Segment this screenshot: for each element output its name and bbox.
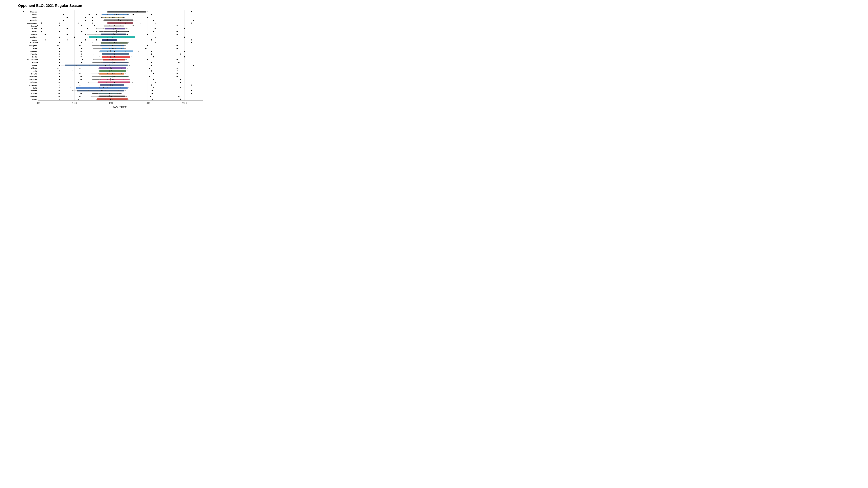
svg-point-230	[115, 48, 116, 49]
svg-point-507	[111, 96, 112, 97]
svg-point-20	[118, 11, 119, 12]
svg-point-122	[184, 28, 185, 29]
svg-point-298	[177, 59, 178, 60]
svg-point-340	[98, 68, 99, 68]
svg-point-320	[35, 65, 36, 66]
svg-point-200	[128, 42, 129, 43]
svg-point-356	[98, 70, 98, 71]
svg-point-388	[100, 76, 100, 77]
svg-point-277	[107, 56, 108, 57]
svg-point-426	[180, 82, 181, 83]
svg-point-56	[122, 17, 122, 18]
svg-point-427	[114, 82, 115, 83]
svg-point-195	[92, 42, 93, 43]
svg-point-147	[95, 34, 96, 35]
svg-point-187	[107, 39, 108, 40]
svg-rect-398	[101, 78, 129, 80]
svg-point-331	[105, 65, 106, 66]
svg-point-115	[96, 28, 97, 29]
svg-point-406	[114, 79, 115, 80]
svg-point-112	[41, 28, 42, 29]
svg-point-394	[177, 76, 178, 77]
svg-point-518	[112, 99, 113, 99]
svg-point-503	[120, 96, 121, 97]
svg-point-213	[108, 45, 108, 46]
svg-point-161	[59, 36, 60, 38]
svg-point-120	[126, 28, 127, 29]
svg-point-387	[92, 76, 92, 77]
svg-point-392	[128, 76, 129, 77]
svg-point-458	[180, 87, 181, 88]
svg-point-434	[80, 85, 81, 86]
svg-point-311	[122, 62, 123, 63]
svg-point-323	[89, 65, 90, 66]
svg-point-87	[131, 23, 132, 23]
svg-text:Ravens: Ravens	[31, 28, 37, 30]
svg-point-202	[191, 42, 192, 43]
svg-point-482	[81, 93, 82, 94]
svg-point-299	[113, 59, 114, 60]
svg-point-290	[82, 59, 83, 60]
svg-point-139	[118, 31, 119, 32]
svg-rect-14	[107, 11, 146, 13]
svg-point-256	[35, 54, 36, 55]
svg-point-148	[102, 34, 102, 35]
svg-point-408	[129, 79, 130, 80]
svg-point-26	[191, 11, 192, 12]
svg-point-497	[59, 96, 60, 97]
svg-point-113	[66, 28, 68, 29]
svg-point-304	[36, 62, 38, 63]
svg-point-499	[91, 96, 91, 97]
svg-point-107	[114, 25, 115, 26]
svg-point-359	[120, 70, 121, 71]
svg-point-106	[177, 25, 178, 26]
svg-point-309	[108, 62, 108, 63]
svg-point-240	[35, 51, 36, 52]
svg-point-512	[35, 99, 36, 100]
svg-point-291	[93, 59, 94, 60]
svg-point-118	[116, 28, 117, 29]
svg-point-168	[134, 37, 135, 37]
svg-point-355	[91, 70, 91, 71]
svg-point-523	[110, 99, 111, 100]
svg-point-211	[92, 45, 92, 46]
svg-point-217	[147, 45, 148, 46]
svg-point-276	[99, 56, 100, 57]
svg-point-49	[85, 17, 86, 18]
svg-rect-238	[100, 51, 133, 52]
svg-point-282	[184, 56, 185, 58]
svg-point-208	[34, 45, 35, 46]
svg-point-455	[120, 88, 121, 88]
svg-point-193	[59, 42, 60, 43]
svg-point-389	[109, 76, 110, 77]
svg-point-160	[34, 36, 35, 38]
svg-point-321	[59, 65, 60, 66]
svg-point-101	[109, 26, 110, 26]
svg-point-100	[102, 26, 102, 26]
svg-point-85	[115, 23, 115, 23]
svg-point-339	[91, 68, 91, 68]
svg-point-199	[124, 42, 124, 43]
svg-text:Washington: Washington	[27, 22, 37, 24]
svg-point-183	[114, 40, 115, 40]
svg-point-23	[133, 11, 133, 12]
svg-point-410	[180, 79, 181, 80]
svg-point-401	[59, 79, 60, 80]
svg-point-342	[114, 68, 115, 68]
svg-point-73	[153, 20, 154, 21]
svg-point-393	[149, 76, 150, 77]
svg-point-468	[88, 90, 89, 91]
svg-point-231	[121, 48, 122, 49]
svg-point-465	[59, 90, 60, 91]
svg-point-201	[155, 42, 156, 43]
chart-title: Opponent ELO: 2021 Regular Season	[18, 4, 212, 8]
svg-point-440	[125, 85, 126, 85]
svg-point-225	[59, 48, 60, 49]
svg-point-164	[96, 37, 97, 37]
svg-point-480	[35, 93, 36, 94]
svg-point-86	[122, 23, 122, 23]
svg-point-203	[114, 42, 115, 43]
svg-point-169	[155, 36, 156, 38]
svg-point-22	[125, 11, 126, 12]
svg-point-360	[127, 70, 128, 71]
